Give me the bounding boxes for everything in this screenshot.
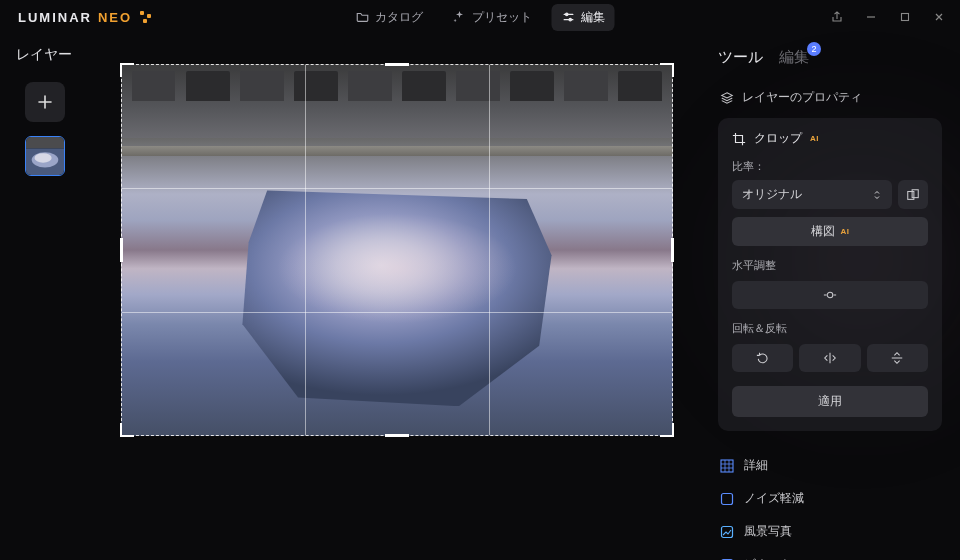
ratio-label: 比率：	[732, 159, 928, 174]
logo-icon	[138, 9, 154, 25]
orientation-icon	[906, 188, 920, 202]
tab-tools[interactable]: ツール	[718, 48, 763, 67]
svg-point-5	[566, 13, 568, 15]
photo-preview	[121, 64, 673, 436]
tool-details-label: 詳細	[744, 457, 768, 474]
crop-title[interactable]: クロップ AI	[732, 130, 928, 147]
left-panel: レイヤー	[0, 34, 90, 560]
svg-rect-13	[908, 191, 914, 199]
svg-rect-1	[147, 14, 151, 18]
tab-edits-label: 編集	[779, 48, 809, 65]
horizon-icon	[823, 288, 837, 302]
layers-icon	[720, 91, 734, 105]
nav-catalog-label: カタログ	[375, 9, 423, 26]
right-panel: ツール 編集 2 レイヤーのプロパティ クロップ AI 比率： オリジナル	[704, 34, 960, 560]
crop-label: クロップ	[754, 130, 802, 147]
tool-vignette[interactable]: ビネット	[718, 548, 942, 560]
tool-noise-label: ノイズ軽減	[744, 490, 804, 507]
flip-vertical-button[interactable]	[867, 344, 928, 372]
nav-presets-label: プリセット	[472, 9, 532, 26]
apply-button[interactable]: 適用	[732, 386, 928, 417]
image-canvas[interactable]	[121, 64, 673, 436]
ratio-select[interactable]: オリジナル	[732, 180, 892, 209]
nav-edit[interactable]: 編集	[552, 4, 615, 31]
tool-noise[interactable]: ノイズ軽減	[718, 482, 942, 515]
rotate-flip-label: 回転＆反転	[732, 321, 928, 336]
layer-properties-label: レイヤーのプロパティ	[742, 89, 862, 106]
tab-tools-label: ツール	[718, 48, 763, 65]
maximize-icon	[899, 11, 911, 23]
crop-icon	[732, 132, 746, 146]
layer-thumbnail[interactable]	[25, 136, 65, 176]
sliders-icon	[562, 10, 576, 24]
crop-ai-tag: AI	[810, 134, 819, 143]
svg-rect-14	[912, 189, 918, 197]
svg-rect-2	[143, 19, 147, 23]
edits-badge: 2	[807, 42, 821, 56]
minimize-button[interactable]	[854, 3, 888, 31]
horizon-button[interactable]	[732, 281, 928, 309]
sparkle-icon	[453, 10, 467, 24]
crop-card: クロップ AI 比率： オリジナル 構図 AI 水平調整	[718, 118, 942, 431]
ratio-value: オリジナル	[742, 186, 802, 203]
horizon-label: 水平調整	[732, 258, 928, 273]
share-button[interactable]	[820, 3, 854, 31]
tool-landscape[interactable]: 風景写真	[718, 515, 942, 548]
canvas-area	[90, 34, 704, 560]
composition-label: 構図	[811, 223, 835, 240]
main-layout: レイヤー	[0, 34, 960, 560]
flip-h-icon	[823, 351, 837, 365]
composition-ai-tag: AI	[841, 227, 850, 236]
maximize-button[interactable]	[888, 3, 922, 31]
top-nav: カタログ プリセット 編集	[346, 4, 615, 31]
details-icon	[720, 459, 734, 473]
folder-icon	[356, 10, 370, 24]
svg-rect-18	[721, 460, 733, 472]
updown-icon	[872, 190, 882, 200]
tool-vignette-label: ビネット	[744, 556, 792, 560]
svg-rect-9	[26, 137, 64, 148]
close-icon	[933, 11, 945, 23]
thumbnail-image-icon	[26, 137, 64, 175]
rotate-icon	[756, 351, 770, 365]
add-layer-button[interactable]	[25, 82, 65, 122]
svg-point-12	[35, 153, 52, 163]
apply-label: 適用	[818, 393, 842, 410]
app-suffix: NEO	[98, 10, 132, 25]
flip-v-icon	[890, 351, 904, 365]
plus-icon	[36, 93, 54, 111]
svg-rect-0	[140, 11, 144, 15]
minimize-icon	[865, 11, 877, 23]
tab-edits[interactable]: 編集 2	[779, 48, 809, 67]
svg-point-15	[827, 292, 833, 298]
landscape-icon	[720, 525, 734, 539]
composition-button[interactable]: 構図 AI	[732, 217, 928, 246]
app-name: LUMINAR	[18, 10, 92, 25]
right-tabs: ツール 編集 2	[718, 48, 942, 67]
titlebar: LUMINAR NEO カタログ プリセット 編集	[0, 0, 960, 34]
rotate-button[interactable]	[732, 344, 793, 372]
nav-edit-label: 編集	[581, 9, 605, 26]
tool-list: 詳細 ノイズ軽減 風景写真 ビネット	[718, 449, 942, 560]
orientation-button[interactable]	[898, 180, 928, 209]
nav-presets[interactable]: プリセット	[443, 4, 542, 31]
layer-properties-row[interactable]: レイヤーのプロパティ	[718, 81, 942, 114]
svg-rect-19	[722, 493, 733, 504]
close-button[interactable]	[922, 3, 956, 31]
svg-point-6	[569, 18, 571, 20]
layers-title: レイヤー	[16, 46, 72, 64]
share-icon	[831, 11, 843, 23]
tool-landscape-label: 風景写真	[744, 523, 792, 540]
app-logo: LUMINAR NEO	[8, 9, 154, 25]
noise-icon	[720, 492, 734, 506]
window-controls	[820, 0, 956, 34]
nav-catalog[interactable]: カタログ	[346, 4, 433, 31]
tool-details[interactable]: 詳細	[718, 449, 942, 482]
svg-rect-8	[902, 14, 909, 21]
flip-horizontal-button[interactable]	[799, 344, 860, 372]
svg-rect-20	[722, 526, 733, 537]
